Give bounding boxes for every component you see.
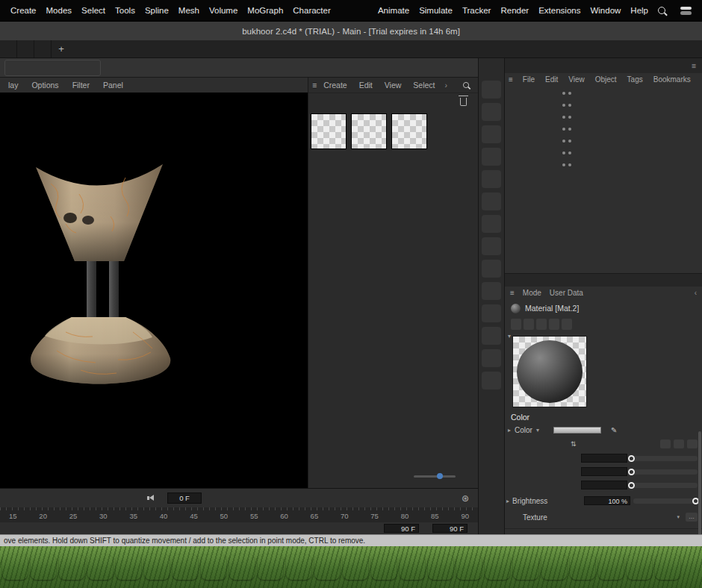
spin-arrows-icon[interactable]: ⇅ [571, 440, 577, 448]
editor-visibility-dot[interactable] [562, 163, 565, 166]
layout-tab[interactable] [585, 40, 605, 57]
attributes-scrollbar[interactable] [698, 431, 701, 534]
slider-knob[interactable] [628, 469, 635, 475]
color-mode-button[interactable] [660, 440, 671, 448]
menu-bar-item[interactable]: Spline [145, 6, 169, 15]
eyedropper-icon[interactable]: ✎ [611, 426, 617, 434]
material-search-icon[interactable] [463, 82, 469, 88]
editor-visibility-dot[interactable] [562, 92, 565, 95]
attributes-tab[interactable] [523, 274, 541, 287]
slider-knob[interactable] [437, 473, 443, 479]
trash-icon[interactable] [460, 98, 467, 106]
editor-visibility-dot[interactable] [562, 116, 565, 119]
menu-bar-item[interactable]: Volume [209, 6, 237, 15]
color-swatch[interactable] [553, 427, 601, 434]
thumbnail-zoom-slider[interactable] [414, 475, 456, 478]
dock-app-icon[interactable] [116, 554, 141, 580]
document-tab[interactable]: × [17, 40, 34, 57]
object-menu-item[interactable]: File [518, 75, 540, 84]
menu-bar-item[interactable]: Tracker [462, 6, 491, 15]
channel-slider[interactable] [631, 469, 698, 475]
color-mode-button[interactable] [674, 440, 684, 448]
dock-app-icon[interactable] [258, 554, 283, 580]
object-menu-item[interactable]: Edit [540, 75, 563, 84]
object-row[interactable] [505, 123, 702, 135]
object-menu-item[interactable]: Bookmarks [648, 75, 696, 84]
viewport-menu-item[interactable]: Options [25, 81, 65, 90]
attributes-menu-icon[interactable]: ≡ [510, 289, 515, 297]
menu-overflow-icon[interactable]: › [442, 81, 451, 90]
dock-app-icon[interactable] [627, 554, 652, 580]
history-back-icon[interactable]: ‹ [695, 289, 697, 297]
object-row[interactable] [505, 147, 702, 159]
menu-bar-item[interactable]: Window [590, 6, 621, 15]
slider-knob[interactable] [628, 482, 635, 489]
channel-value-field[interactable] [581, 481, 627, 490]
menu-bar-item[interactable]: Select [81, 6, 105, 15]
render-visibility-dot[interactable] [568, 163, 571, 166]
control-center-icon[interactable] [680, 7, 692, 15]
layout-tab[interactable] [644, 40, 663, 57]
dock-app-icon[interactable] [456, 554, 482, 580]
dock-app-icon[interactable] [173, 554, 198, 580]
layout-tab[interactable] [624, 40, 644, 57]
dock-app-icon[interactable] [229, 554, 255, 580]
brightness-chevron-icon[interactable]: ▸ [506, 498, 509, 504]
brightness-value-field[interactable]: 100 % [584, 496, 630, 505]
new-tab-button[interactable]: + [52, 40, 71, 57]
menu-bar-item[interactable]: Create [10, 6, 37, 15]
range-end-field[interactable]: 90 F [432, 524, 468, 533]
material-channel-tab[interactable] [524, 319, 534, 330]
color-mode-button[interactable] [687, 440, 698, 448]
dock-app-icon[interactable] [343, 554, 368, 580]
menu-bar-item[interactable]: Mesh [178, 6, 199, 15]
material-menu-item[interactable]: Edit [354, 81, 378, 90]
attributes-menu-item[interactable]: Mode [523, 289, 541, 297]
render-visibility-dot[interactable] [568, 140, 571, 143]
menu-bar-item[interactable]: MoGraph [247, 6, 283, 15]
object-manager-tab[interactable] [526, 58, 547, 73]
dock-app-icon[interactable] [513, 554, 538, 580]
collapse-chevron-icon[interactable]: ▾ [508, 333, 511, 340]
dock-app-icon[interactable] [87, 554, 113, 580]
dock-app-icon[interactable] [314, 554, 340, 580]
dock-app-icon[interactable] [2, 554, 28, 580]
material-menu-item[interactable]: Create [318, 81, 352, 90]
dock-app-icon[interactable] [400, 554, 425, 580]
menu-bar-item[interactable]: Tools [115, 6, 135, 15]
document-tab[interactable]: × [34, 40, 52, 57]
object-row[interactable] [505, 159, 702, 171]
dock-app-icon[interactable] [59, 554, 84, 580]
attributes-menu-item[interactable]: User Data [550, 289, 583, 297]
render-visibility-dot[interactable] [568, 151, 571, 154]
editor-visibility-dot[interactable] [562, 104, 565, 107]
dock-app-icon[interactable] [570, 554, 595, 580]
object-menu-icon[interactable]: ≡ [509, 75, 518, 84]
layout-tab[interactable] [683, 40, 702, 57]
editor-visibility-dot[interactable] [562, 140, 565, 143]
texture-caret-icon[interactable]: ▾ [677, 514, 680, 520]
menu-bar-item[interactable]: Modes [46, 6, 72, 15]
material-channel-tab[interactable] [549, 319, 559, 330]
object-menu-item[interactable]: View [563, 75, 590, 84]
dock-app-icon[interactable] [31, 554, 56, 580]
render-visibility-dot[interactable] [568, 128, 571, 131]
channel-value-field[interactable] [581, 454, 627, 463]
object-manager-tab[interactable] [505, 58, 526, 73]
dock-app-icon[interactable] [201, 554, 226, 580]
viewport-menu-item[interactable]: lay [1, 81, 25, 90]
material-item[interactable] [391, 113, 429, 163]
dock-app-icon[interactable] [541, 554, 567, 580]
layout-tab[interactable] [663, 40, 683, 57]
object-menu-item[interactable]: Object [590, 75, 622, 84]
menu-bar-item[interactable]: Help [630, 6, 648, 15]
channel-slider[interactable] [631, 456, 698, 461]
timeline-ruler[interactable]: 15202530354045505560657075808590 [0, 507, 478, 522]
dock-app-icon[interactable] [598, 554, 624, 580]
layout-tab[interactable] [547, 40, 566, 57]
editor-visibility-dot[interactable] [562, 151, 565, 154]
bukhoor-3d-object[interactable] [21, 164, 178, 397]
document-tab[interactable]: × [0, 40, 17, 57]
menu-bar-item[interactable]: Extensions [538, 6, 580, 15]
dock-app-icon[interactable] [144, 554, 170, 580]
